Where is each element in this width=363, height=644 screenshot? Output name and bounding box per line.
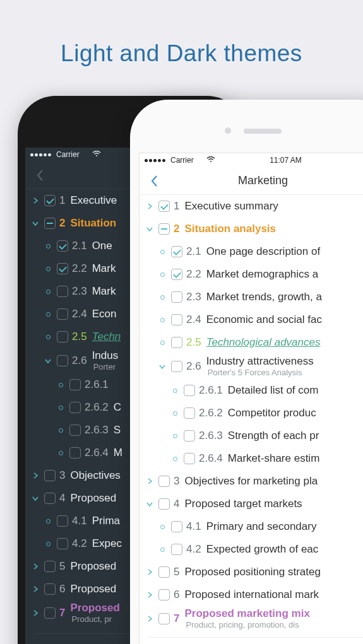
trash-button[interactable] [343,639,363,645]
outline-text: Market trends, growth, a [206,291,322,303]
checkbox[interactable] [171,361,182,372]
checkbox[interactable] [158,613,170,624]
outline-row[interactable]: 2.4Economic and social fac [140,308,363,331]
checkbox[interactable] [44,195,56,206]
outline-number: 2.6.2 [85,401,109,414]
outline-number: 4.2 [72,537,87,550]
chevron-down-icon[interactable] [156,360,169,373]
checkbox[interactable] [158,566,170,578]
checkbox[interactable] [69,424,81,436]
checkbox[interactable] [171,269,182,280]
chevron-right-icon[interactable] [143,200,156,213]
outline-number: 2.6 [72,354,87,367]
outline-row[interactable]: 2.6.3Strength of each pr [140,424,363,447]
chevron-right-icon[interactable] [143,612,156,625]
outline-number: 2.4 [72,308,87,320]
checkbox[interactable] [69,379,81,390]
outline-row[interactable]: 2Situation analysis [140,218,363,240]
toolbar [148,637,363,644]
chevron-right-icon[interactable] [29,560,42,573]
outline-row[interactable]: 1Executive summary [140,195,363,218]
checkbox[interactable] [44,607,56,619]
outline-text: M [114,447,122,459]
outline-number: 6 [59,583,65,595]
chevron-right-icon[interactable] [143,475,156,488]
checkbox[interactable] [44,561,56,572]
checkbox[interactable] [171,337,182,348]
checkbox[interactable] [184,430,195,442]
outline-row[interactable]: 3Objectives for marketing pla [140,470,363,493]
chevron-down-icon[interactable] [143,223,156,235]
bullet-icon [42,290,54,294]
checkbox[interactable] [184,385,195,396]
checkbox[interactable] [69,447,81,459]
outline-row[interactable]: 2.6.2Competitor produc [140,402,363,424]
outline-row[interactable]: 2.6Industry attractivenessPorter's 5 For… [140,354,363,379]
note-button[interactable] [283,639,311,645]
outline-row[interactable]: 2.2Market demographics a [140,263,363,286]
checkbox[interactable] [158,589,170,600]
outline-row[interactable]: 2.3Market trends, growth, a [140,286,363,308]
chevron-right-icon[interactable] [29,469,42,482]
outline-text: Mark [92,262,116,275]
chevron-right-icon[interactable] [29,194,42,207]
outline-list[interactable]: 1Executive summary2Situation analysis2.1… [140,195,363,631]
outline-text: Situation analysis [184,223,276,235]
back-button[interactable] [143,170,166,192]
outline-text: Competitor produc [228,407,316,419]
checkbox[interactable] [44,583,56,595]
outline-row[interactable]: 7Proposed marketing mixProduct, pricing,… [140,606,363,631]
chevron-right-icon[interactable] [143,566,156,578]
chevron-down-icon[interactable] [29,492,42,505]
outline-row[interactable]: 4.2Expected growth of eac [140,538,363,561]
indent-button[interactable] [223,639,251,645]
chevron-down-icon[interactable] [29,217,42,230]
chevron-right-icon[interactable] [29,607,42,619]
outdent-button[interactable] [70,635,98,645]
checkbox[interactable] [171,246,182,257]
outline-row[interactable]: 2.6.4Market-share estim [140,447,363,470]
wifi-icon [82,150,101,159]
bullet-icon [156,547,169,552]
back-button[interactable] [29,164,52,187]
checkbox[interactable] [57,263,68,274]
carrier-label: Carrier [56,150,80,159]
chevron-right-icon[interactable] [29,583,42,595]
checkbox[interactable] [57,515,68,527]
outline-row[interactable]: 4Proposed target markets [140,493,363,515]
checkbox[interactable] [44,218,56,229]
checkbox[interactable] [158,201,170,212]
bullet-icon [42,335,54,339]
outline-row[interactable]: 5Proposed positioning strateg [140,561,363,583]
checkbox[interactable] [171,521,182,532]
checkbox[interactable] [57,240,68,252]
outdent-button[interactable] [164,639,192,645]
checkbox[interactable] [171,544,182,555]
phone-frame-light: Carrier 11:07 AM Marketing 1Executive su… [130,100,363,644]
outline-row[interactable]: 6Proposed international mark [140,583,363,606]
checkbox[interactable] [184,453,195,464]
chevron-down-icon[interactable] [42,354,54,367]
checkbox[interactable] [69,402,81,413]
checkbox[interactable] [57,538,68,549]
checkbox[interactable] [158,498,170,510]
checkbox[interactable] [44,493,56,504]
chevron-down-icon[interactable] [143,498,156,510]
checkbox[interactable] [57,355,68,366]
checkbox[interactable] [44,470,56,481]
outline-row[interactable]: 2.1One page description of [140,240,363,263]
outline-subtext: Product, pr [70,614,119,624]
outline-row[interactable]: 4.1Primary and secondary [140,515,363,538]
outline-row[interactable]: 2.6.1Detailed list of com [140,379,363,402]
checkbox[interactable] [171,314,182,325]
outline-row[interactable]: 2.5Technological advances [140,331,363,354]
checkbox[interactable] [158,223,170,235]
checkbox[interactable] [57,286,68,297]
outline-text: Objectives for marketing pla [184,475,318,488]
checkbox[interactable] [171,291,182,303]
chevron-right-icon[interactable] [143,588,156,601]
checkbox[interactable] [57,331,68,342]
checkbox[interactable] [184,407,195,419]
checkbox[interactable] [57,308,68,320]
checkbox[interactable] [158,476,170,487]
